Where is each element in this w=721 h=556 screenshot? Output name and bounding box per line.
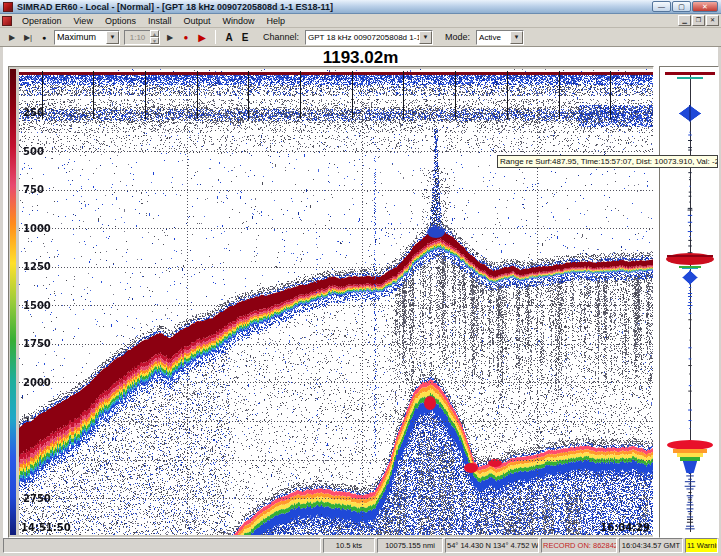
status-field-empty	[3, 538, 321, 553]
status-field-1: 10.5 kts	[323, 538, 375, 553]
spinner-down-icon[interactable]: ▼	[150, 37, 159, 44]
app-icon	[3, 2, 13, 12]
window-title: SIMRAD ER60 - Local - [Normal] - [GPT 18…	[17, 2, 333, 12]
echogram-panel	[8, 66, 654, 538]
chevron-down-icon[interactable]: ▼	[510, 31, 523, 44]
channel-label: Channel:	[263, 32, 299, 42]
spinner-up-icon[interactable]: ▲	[150, 30, 159, 37]
step-button[interactable]: ▶	[163, 30, 177, 44]
menu-bar: OperationViewOptionsInstallOutputWindowH…	[0, 14, 721, 28]
ratio-value: 1:10	[125, 33, 150, 42]
range-mode-value: Maximum	[55, 32, 106, 42]
event-button[interactable]: E	[238, 30, 252, 44]
client-area: 1193.02m Range re Surf:487.95, Time:15:5…	[3, 47, 718, 538]
status-field-4: RECORD ON: 8628428	[541, 538, 617, 553]
play-to-end-button[interactable]: ▶|	[21, 30, 35, 44]
simrad-er60-window: { "window": { "title": "SIMRAD ER60 - Lo…	[0, 0, 721, 556]
mode-label: Mode:	[445, 32, 470, 42]
record-dot-button[interactable]: ●	[179, 30, 193, 44]
mdi-document-icon	[2, 16, 12, 26]
maximize-button[interactable]: ▢	[672, 1, 691, 12]
channel-value: GPT 18 kHz 00907205808d 1-1 ES18-11	[306, 33, 419, 42]
status-field-5: 16:04:34.57 GMT	[619, 538, 683, 553]
menu-item-help[interactable]: Help	[260, 15, 291, 27]
play-button[interactable]: ▶	[5, 30, 19, 44]
title-bar: SIMRAD ER60 - Local - [Normal] - [GPT 18…	[0, 0, 721, 14]
toolbar-separator	[215, 30, 216, 44]
status-field-3: 54° 14.430 N 134° 4.752 W	[445, 538, 539, 553]
bottom-depth-readout: 1193.02m	[3, 48, 718, 68]
minimize-button[interactable]: —	[652, 1, 671, 12]
stop-dot-button[interactable]: ●	[37, 30, 51, 44]
single-ping-panel	[659, 66, 719, 538]
close-button[interactable]: ✕	[692, 1, 718, 12]
menu-item-window[interactable]: Window	[216, 15, 260, 27]
mode-combobox[interactable]: Active ▼	[476, 30, 524, 45]
menu-item-output[interactable]: Output	[177, 15, 216, 27]
menu-item-operation[interactable]: Operation	[16, 15, 68, 27]
status-bar: 10.5 kts10075.155 nmi54° 14.430 N 134° 4…	[3, 538, 718, 553]
mdi-minimize-button[interactable]: ▁	[678, 15, 691, 26]
color-scale-bar	[10, 69, 16, 535]
annotation-button[interactable]: A	[222, 30, 236, 44]
echogram-tooltip: Range re Surf:487.95, Time:15:57:07, Dis…	[497, 155, 718, 168]
chevron-down-icon[interactable]: ▼	[106, 31, 119, 44]
mode-value: Active	[477, 33, 510, 42]
single-ping-canvas	[663, 69, 717, 535]
mdi-restore-button[interactable]: ❐	[692, 15, 705, 26]
status-field-2: 10075.155 nmi	[377, 538, 443, 553]
ratio-spinner[interactable]: 1:10 ▲ ▼	[124, 30, 160, 45]
echogram-canvas[interactable]	[19, 69, 653, 535]
channel-combobox[interactable]: GPT 18 kHz 00907205808d 1-1 ES18-11 ▼	[305, 30, 433, 45]
menu-item-view[interactable]: View	[68, 15, 99, 27]
menu-item-install[interactable]: Install	[142, 15, 178, 27]
status-field-6: 11 Warnings	[685, 538, 718, 553]
menu-item-options[interactable]: Options	[99, 15, 142, 27]
chevron-down-icon[interactable]: ▼	[419, 31, 432, 44]
toolbar: ▶ ▶| ● Maximum ▼ 1:10 ▲ ▼ ▶ ● ▶ A E Chan…	[0, 28, 721, 47]
record-play-button[interactable]: ▶	[195, 30, 209, 44]
range-mode-combobox[interactable]: Maximum ▼	[54, 30, 120, 45]
mdi-close-button[interactable]: ✕	[706, 15, 719, 26]
